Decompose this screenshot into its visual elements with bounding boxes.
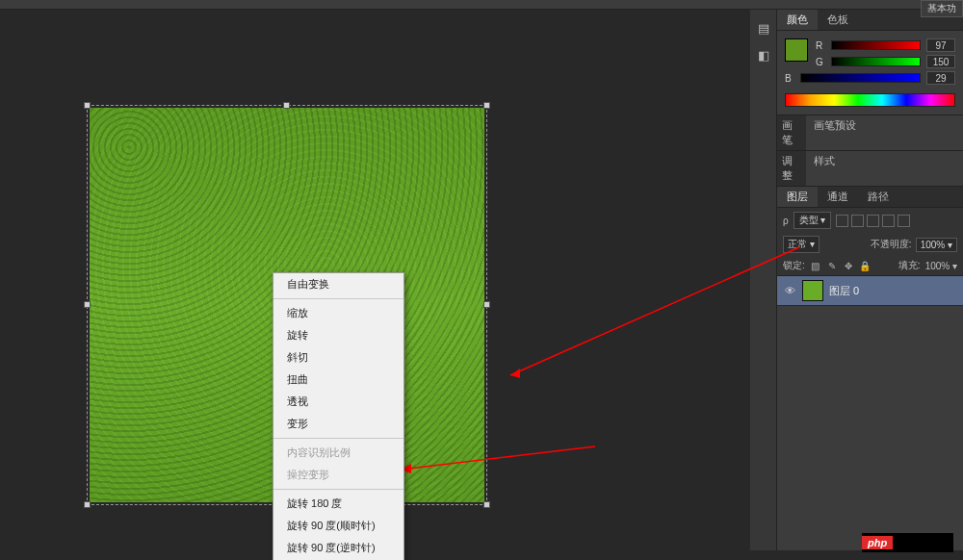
layer-filter-kind-dropdown[interactable]: 类型 ▾	[794, 212, 832, 229]
menu-item-content-aware-scale: 内容识别比例	[273, 442, 403, 464]
menu-separator	[273, 438, 403, 439]
right-panel-dock: 颜色 色板 R 97 G 150 B 29 画笔	[777, 10, 963, 550]
layers-panel-tabs: 图层 通道 路径	[777, 187, 963, 208]
styles-label[interactable]: 样式	[806, 151, 963, 186]
fill-value[interactable]: 100% ▾	[925, 261, 957, 271]
transform-handle-w[interactable]	[84, 301, 91, 308]
transform-handle-se[interactable]	[483, 501, 490, 508]
menu-separator	[273, 489, 403, 490]
filter-image-icon[interactable]	[836, 215, 848, 227]
menu-item-warp[interactable]: 变形	[273, 413, 403, 435]
r-label: R	[816, 40, 825, 51]
menu-item-free-transform[interactable]: 自由变换	[273, 273, 403, 295]
opacity-value[interactable]: 100% ▾	[916, 238, 957, 252]
canvas-workspace[interactable]: 自由变换 缩放 旋转 斜切 扭曲 透视 变形 内容识别比例 操控变形 旋转 18…	[0, 10, 750, 550]
transform-handle-e[interactable]	[483, 301, 490, 308]
menu-item-distort[interactable]: 扭曲	[273, 369, 403, 391]
menu-item-rotate-90-ccw[interactable]: 旋转 90 度(逆时针)	[273, 537, 403, 559]
transform-handle-ne[interactable]	[483, 102, 490, 109]
lock-position-icon[interactable]: ✥	[843, 260, 854, 271]
tab-adjustments[interactable]: 调整	[777, 151, 806, 186]
color-panel: R 97 G 150 B 29	[777, 31, 963, 115]
menu-item-rotate[interactable]: 旋转	[273, 324, 403, 346]
tab-layers[interactable]: 图层	[777, 187, 818, 207]
g-label: G	[816, 57, 825, 67]
lock-all-icon[interactable]: 🔒	[859, 260, 871, 271]
b-label: B	[785, 73, 794, 84]
filter-shape-icon[interactable]	[882, 215, 895, 227]
layers-panel: ρ 类型 ▾ 正常 ▾ 不透明度: 100% ▾ 锁定: ▧ ✎	[777, 208, 963, 550]
layer-row[interactable]: 👁 图层 0	[777, 276, 963, 306]
transform-context-menu: 自由变换 缩放 旋转 斜切 扭曲 透视 变形 内容识别比例 操控变形 旋转 18…	[273, 272, 404, 560]
workspace-switcher-button[interactable]: 基本功	[921, 0, 963, 17]
lock-image-icon[interactable]: ✎	[826, 260, 838, 271]
filter-adjust-icon[interactable]	[851, 215, 864, 227]
blend-mode-dropdown[interactable]: 正常 ▾	[783, 236, 820, 253]
lock-transparency-icon[interactable]: ▧	[810, 260, 821, 271]
r-value[interactable]: 97	[926, 38, 955, 52]
adjustments-panel: 调整 样式	[777, 151, 963, 187]
filter-smart-icon[interactable]	[898, 215, 910, 227]
eye-icon[interactable]: 👁	[783, 285, 796, 296]
g-slider[interactable]	[831, 57, 921, 66]
tab-channels[interactable]: 通道	[818, 187, 858, 207]
opacity-label: 不透明度:	[871, 238, 912, 251]
menu-item-rotate-90-cw[interactable]: 旋转 90 度(顺时针)	[273, 515, 403, 537]
fill-label: 填充:	[898, 259, 921, 272]
php-watermark-logo: php	[862, 533, 953, 552]
lock-label: 锁定:	[783, 259, 805, 272]
menu-item-puppet-warp: 操控变形	[273, 464, 403, 486]
filter-type-icon[interactable]	[867, 215, 879, 227]
collapsed-panel-dock: ▤ ◧	[750, 10, 777, 550]
menu-item-perspective[interactable]: 透视	[273, 391, 403, 413]
menu-item-rotate-180[interactable]: 旋转 180 度	[273, 493, 403, 515]
menu-item-skew[interactable]: 斜切	[273, 346, 403, 369]
transform-handle-n[interactable]	[283, 102, 290, 109]
b-value[interactable]: 29	[926, 71, 955, 85]
transform-handle-sw[interactable]	[84, 501, 91, 508]
layer-filter-icons[interactable]	[836, 215, 910, 227]
layer-thumbnail[interactable]	[802, 280, 823, 301]
color-spectrum-ramp[interactable]	[785, 93, 955, 107]
panel-icon-history[interactable]: ▤	[755, 19, 772, 37]
tab-swatches[interactable]: 色板	[818, 10, 858, 30]
panel-icon-properties[interactable]: ◧	[755, 46, 772, 64]
b-slider[interactable]	[800, 73, 921, 83]
transform-handle-nw[interactable]	[84, 102, 91, 109]
tab-color[interactable]: 颜色	[777, 10, 818, 30]
menu-item-scale[interactable]: 缩放	[273, 302, 403, 324]
layer-name-label[interactable]: 图层 0	[829, 284, 859, 298]
options-bar	[0, 0, 963, 10]
tab-paths[interactable]: 路径	[858, 187, 898, 207]
php-logo-text: php	[862, 536, 893, 549]
brush-presets-label[interactable]: 画笔预设	[806, 115, 963, 150]
g-value[interactable]: 150	[926, 55, 955, 68]
brush-panel: 画笔 画笔预设	[777, 115, 963, 151]
svg-marker-1	[510, 369, 520, 378]
tab-brush[interactable]: 画笔	[777, 115, 806, 150]
r-slider[interactable]	[831, 40, 921, 50]
menu-separator	[273, 298, 403, 299]
foreground-color-swatch[interactable]	[785, 38, 808, 62]
main-area: 自由变换 缩放 旋转 斜切 扭曲 透视 变形 内容识别比例 操控变形 旋转 18…	[0, 10, 963, 550]
